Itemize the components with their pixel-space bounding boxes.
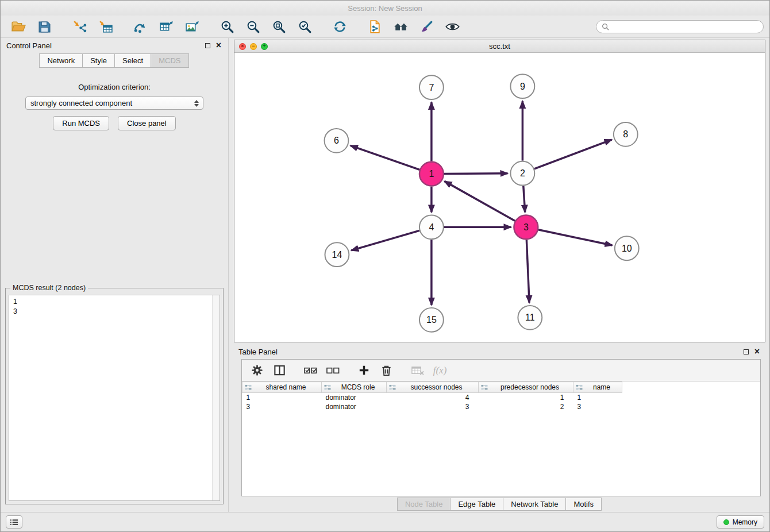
export-table-button[interactable] <box>154 17 178 36</box>
tab-network[interactable]: Network <box>39 53 83 68</box>
mcds-result-list[interactable]: 1 3 <box>9 295 220 501</box>
optimization-criterion-label: Optimization criterion: <box>78 83 151 91</box>
graph-node-4[interactable]: 4 <box>419 215 444 239</box>
open-folder-button[interactable] <box>6 17 30 36</box>
table-cell[interactable]: 2 <box>479 402 573 411</box>
network-overview-button[interactable] <box>388 17 413 36</box>
table-cell[interactable]: 1 <box>573 393 622 403</box>
graph-node-14[interactable]: 14 <box>325 242 349 267</box>
graph-node-9[interactable]: 9 <box>510 74 534 98</box>
graph-node-1[interactable]: 1 <box>419 162 444 186</box>
graph-edge-1-6[interactable] <box>351 145 419 169</box>
memory-button[interactable]: Memory <box>717 515 764 529</box>
table-cell[interactable]: 3 <box>387 402 479 411</box>
table-row-0[interactable]: 1dominator411 <box>242 393 761 403</box>
show-hide-button[interactable] <box>440 17 464 36</box>
graph-edge-3-10[interactable] <box>538 230 613 245</box>
graph-node-11[interactable]: 11 <box>518 306 542 330</box>
column-header-predecessor-nodes[interactable]: predecessor nodes <box>479 382 573 393</box>
run-mcds-button[interactable]: Run MCDS <box>53 116 109 130</box>
toolbar-separator <box>398 370 406 371</box>
float-panel-icon[interactable] <box>205 43 210 48</box>
add-row-button[interactable] <box>353 362 375 379</box>
control-panel-title: Control Panel <box>6 41 52 50</box>
select-none-button[interactable] <box>322 362 344 379</box>
graph-edge-3-1[interactable] <box>444 181 515 221</box>
zoom-window-icon[interactable]: + <box>261 43 268 50</box>
close-panel-icon[interactable]: × <box>216 42 221 49</box>
style-brush-button[interactable] <box>414 17 438 36</box>
table-row-1[interactable]: 3dominator323 <box>242 402 761 411</box>
table-panel-title: Table Panel <box>238 348 278 356</box>
import-table-button[interactable] <box>93 17 117 36</box>
table-cell[interactable]: 3 <box>242 402 322 411</box>
svg-text:4: 4 <box>429 222 434 232</box>
new-network-from-selection-button[interactable] <box>128 17 152 36</box>
minimize-window-icon[interactable]: − <box>250 43 257 50</box>
zoom-out-button[interactable] <box>241 17 265 36</box>
graph-edge-2-8[interactable] <box>534 140 612 169</box>
table-cell[interactable]: 3 <box>573 402 622 411</box>
float-table-panel-icon[interactable] <box>744 349 749 354</box>
tab-mcds[interactable]: MCDS <box>151 53 188 68</box>
graph-edge-3-11[interactable] <box>526 240 529 303</box>
graph-node-10[interactable]: 10 <box>615 236 639 260</box>
graph-node-7[interactable]: 7 <box>419 75 444 99</box>
close-table-panel-icon[interactable]: × <box>754 348 760 355</box>
window-titlebar: Session: New Session <box>1 1 769 16</box>
graph-edge-1-2[interactable] <box>444 174 508 174</box>
graph-edge-4-14[interactable] <box>351 230 419 250</box>
table-panel-header: Table Panel × <box>234 345 765 358</box>
task-history-button[interactable] <box>6 515 22 529</box>
zoom-in-icon <box>220 20 235 34</box>
svg-text:8: 8 <box>623 129 628 139</box>
table-cell-filler <box>622 393 761 403</box>
graph-node-2[interactable]: 2 <box>510 161 534 186</box>
table-cell[interactable]: 4 <box>387 393 479 403</box>
tab-edge-table[interactable]: Edge Table <box>450 498 503 511</box>
save-button[interactable] <box>32 17 56 36</box>
zoom-selected-button[interactable] <box>292 17 317 36</box>
zoom-fit-button[interactable] <box>267 17 291 36</box>
column-header-name[interactable]: name <box>573 382 622 393</box>
close-window-icon[interactable]: × <box>239 43 246 50</box>
optimization-criterion-dropdown[interactable]: strongly connected component <box>25 97 203 110</box>
svg-text:2: 2 <box>520 168 525 178</box>
delete-row-button[interactable] <box>376 362 397 379</box>
table-panel: Table Panel × f(x) shared nameMCDS roles… <box>234 345 765 512</box>
tab-network-table[interactable]: Network Table <box>503 498 566 511</box>
graph-node-8[interactable]: 8 <box>614 122 638 147</box>
column-chooser-button[interactable] <box>269 362 290 379</box>
zoom-in-button[interactable] <box>215 17 239 36</box>
tab-select[interactable]: Select <box>114 53 151 68</box>
export-image-button[interactable] <box>180 17 204 36</box>
graph-node-3[interactable]: 3 <box>514 215 538 239</box>
column-header-shared-name[interactable]: shared name <box>242 382 322 393</box>
settings-gear-button[interactable] <box>247 362 268 379</box>
import-table-icon <box>98 20 113 34</box>
column-type-icon <box>324 384 331 391</box>
table-cell[interactable]: 1 <box>242 393 322 403</box>
network-canvas[interactable]: 7968124314101511 <box>234 53 765 342</box>
table-cell[interactable]: dominator <box>322 393 387 403</box>
search-input[interactable] <box>613 22 758 31</box>
graph-edge-2-3[interactable] <box>523 186 525 213</box>
column-header-MCDS-role[interactable]: MCDS role <box>322 382 387 393</box>
tab-node-table[interactable]: Node Table <box>397 498 451 511</box>
graph-node-15[interactable]: 15 <box>419 308 444 332</box>
close-panel-button[interactable]: Close panel <box>118 116 176 130</box>
tab-motifs[interactable]: Motifs <box>565 498 602 511</box>
tab-style[interactable]: Style <box>82 53 115 68</box>
result-scrollbar[interactable] <box>212 295 220 500</box>
network-canvas-svg[interactable]: 7968124314101511 <box>234 53 765 342</box>
column-header-successor-nodes[interactable]: successor nodes <box>387 382 479 393</box>
select-all-button[interactable] <box>300 362 321 379</box>
table-cell[interactable]: 1 <box>479 393 573 403</box>
table-cell[interactable]: dominator <box>322 402 387 411</box>
refresh-button[interactable] <box>328 17 352 36</box>
clone-network-button[interactable] <box>363 17 387 36</box>
graph-node-6[interactable]: 6 <box>324 129 348 153</box>
search-box[interactable] <box>596 20 764 33</box>
import-network-button[interactable] <box>67 17 91 36</box>
toolbar-separator <box>119 26 126 27</box>
